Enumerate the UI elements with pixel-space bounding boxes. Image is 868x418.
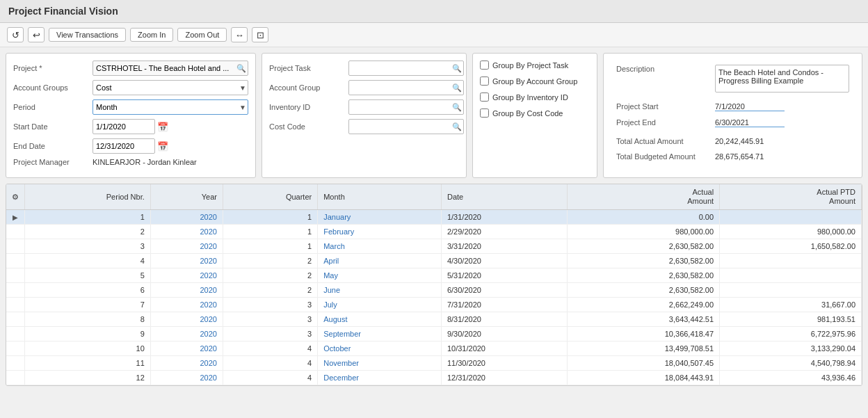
zoom-in-button[interactable]: Zoom In bbox=[130, 28, 173, 42]
year-cell[interactable]: 2020 bbox=[150, 239, 223, 254]
end-date-input[interactable] bbox=[93, 138, 155, 154]
table-row[interactable]: 1220204December12/31/202018,084,443.9143… bbox=[6, 371, 862, 385]
date-cell: 3/31/2020 bbox=[441, 239, 567, 254]
project-manager-label: Project Manager bbox=[13, 158, 90, 166]
left-panel: Project * 🔍 Account Groups Cost ▼ Period bbox=[6, 53, 256, 178]
view-transactions-button[interactable]: View Transactions bbox=[49, 28, 126, 42]
project-task-search-icon[interactable]: 🔍 bbox=[452, 64, 462, 73]
year-cell[interactable]: 2020 bbox=[150, 225, 223, 239]
table-row[interactable]: 320201March3/31/20202,630,582.001,650,58… bbox=[6, 239, 862, 254]
year-cell[interactable]: 2020 bbox=[150, 210, 223, 225]
row-settings-icon[interactable] bbox=[6, 254, 25, 268]
actual-ptd-cell: 31,667.00 bbox=[720, 298, 862, 312]
fit-icon[interactable]: ↔ bbox=[231, 27, 248, 42]
group-by-cost-code-label[interactable]: Group By Cost Code bbox=[480, 108, 563, 118]
group-by-project-task-label[interactable]: Group By Project Task bbox=[480, 61, 568, 70]
account-group-search-icon[interactable]: 🔍 bbox=[452, 83, 462, 93]
month-cell[interactable]: January bbox=[318, 210, 442, 225]
month-cell[interactable]: November bbox=[318, 356, 442, 371]
month-cell[interactable]: April bbox=[318, 254, 442, 268]
table-row[interactable]: 220201February2/29/2020980,000.00980,000… bbox=[6, 225, 862, 239]
month-cell[interactable]: August bbox=[318, 312, 442, 327]
month-cell[interactable]: December bbox=[318, 371, 442, 385]
table-row[interactable]: 720203July7/31/20202,662,249.0031,667.00 bbox=[6, 298, 862, 312]
table-row[interactable]: ▶120201January1/31/20200.00 bbox=[6, 210, 862, 225]
cost-code-input[interactable] bbox=[348, 119, 464, 134]
period-nbr-cell: 7 bbox=[25, 298, 151, 312]
zoom-out-button[interactable]: Zoom Out bbox=[177, 28, 227, 42]
table-row[interactable]: 1020204October10/31/202013,499,708.513,1… bbox=[6, 341, 862, 356]
year-cell[interactable]: 2020 bbox=[150, 341, 223, 356]
table-row[interactable]: 1120204November11/30/202018,040,507.454,… bbox=[6, 356, 862, 371]
row-settings-icon[interactable] bbox=[6, 298, 25, 312]
year-cell[interactable]: 2020 bbox=[150, 327, 223, 341]
year-cell[interactable]: 2020 bbox=[150, 254, 223, 268]
row-settings-icon[interactable] bbox=[6, 356, 25, 371]
date-cell: 5/31/2020 bbox=[441, 268, 567, 283]
table-row[interactable]: 520202May5/31/20202,630,582.00 bbox=[6, 268, 862, 283]
project-manager-value: KINLEARJOR - Jordan Kinlear bbox=[93, 158, 197, 166]
cost-code-search-icon[interactable]: 🔍 bbox=[452, 122, 462, 131]
inventory-id-search-icon[interactable]: 🔍 bbox=[452, 103, 462, 112]
quarter-cell: 1 bbox=[223, 225, 317, 239]
row-settings-icon[interactable] bbox=[6, 239, 25, 254]
group-by-inventory-id-checkbox[interactable] bbox=[480, 93, 489, 102]
year-cell[interactable]: 2020 bbox=[150, 356, 223, 371]
project-task-input[interactable] bbox=[348, 61, 464, 76]
period-select[interactable]: Month bbox=[93, 99, 248, 115]
start-date-calendar-icon[interactable]: 📅 bbox=[157, 122, 168, 132]
month-cell[interactable]: June bbox=[318, 283, 442, 298]
year-cell[interactable]: 2020 bbox=[150, 312, 223, 327]
month-cell[interactable]: May bbox=[318, 268, 442, 283]
start-date-input[interactable] bbox=[93, 119, 155, 134]
cost-code-row: Cost Code 🔍 bbox=[269, 119, 459, 134]
date-cell: 10/31/2020 bbox=[441, 341, 567, 356]
expand-icon[interactable]: ⊡ bbox=[252, 27, 268, 42]
group-by-project-task-row: Group By Project Task bbox=[480, 61, 590, 70]
actual-ptd-cell bbox=[720, 210, 862, 225]
actual-amount-cell: 3,643,442.51 bbox=[567, 312, 719, 327]
row-settings-icon[interactable] bbox=[6, 327, 25, 341]
group-by-account-group-label[interactable]: Group By Account Group bbox=[480, 77, 577, 86]
total-actual-value: 20,242,445.91 bbox=[711, 131, 853, 148]
description-label: Description bbox=[612, 62, 709, 95]
group-by-project-task-checkbox[interactable] bbox=[480, 61, 489, 70]
account-groups-select[interactable]: Cost bbox=[93, 80, 248, 95]
row-settings-icon[interactable] bbox=[6, 225, 25, 239]
actual-amount-cell: 2,630,582.00 bbox=[567, 239, 719, 254]
undo-icon[interactable]: ↩ bbox=[28, 27, 45, 42]
month-cell[interactable]: September bbox=[318, 327, 442, 341]
end-date-calendar-icon[interactable]: 📅 bbox=[157, 141, 168, 152]
project-input[interactable] bbox=[93, 61, 248, 76]
total-budgeted-value: 28,675,654.71 bbox=[711, 150, 853, 163]
table-row[interactable]: 920203September9/30/202010,366,418.476,7… bbox=[6, 327, 862, 341]
year-cell[interactable]: 2020 bbox=[150, 371, 223, 385]
row-settings-icon[interactable]: ▶ bbox=[6, 210, 25, 225]
table-row[interactable]: 820203August8/31/20203,643,442.51981,193… bbox=[6, 312, 862, 327]
year-cell[interactable]: 2020 bbox=[150, 268, 223, 283]
period-row: Period Month ▼ bbox=[13, 99, 248, 115]
period-nbr-cell: 1 bbox=[25, 210, 151, 225]
row-settings-icon[interactable] bbox=[6, 283, 25, 298]
group-by-cost-code-checkbox[interactable] bbox=[480, 108, 489, 118]
row-settings-icon[interactable] bbox=[6, 341, 25, 356]
group-by-inventory-id-label[interactable]: Group By Inventory ID bbox=[480, 93, 568, 102]
project-search-icon[interactable]: 🔍 bbox=[236, 64, 246, 73]
row-settings-icon[interactable] bbox=[6, 268, 25, 283]
table-row[interactable]: 620202June6/30/20202,630,582.00 bbox=[6, 283, 862, 298]
account-group-input[interactable] bbox=[348, 80, 464, 95]
year-cell[interactable]: 2020 bbox=[150, 298, 223, 312]
actual-amount-cell: 2,630,582.00 bbox=[567, 254, 719, 268]
inventory-id-input[interactable] bbox=[348, 99, 464, 115]
row-settings-icon[interactable] bbox=[6, 312, 25, 327]
project-end-value: 6/30/2021 bbox=[711, 115, 853, 130]
year-cell[interactable]: 2020 bbox=[150, 283, 223, 298]
group-by-account-group-checkbox[interactable] bbox=[480, 77, 489, 86]
table-row[interactable]: 420202April4/30/20202,630,582.00 bbox=[6, 254, 862, 268]
row-settings-icon[interactable] bbox=[6, 371, 25, 385]
month-cell[interactable]: March bbox=[318, 239, 442, 254]
month-cell[interactable]: July bbox=[318, 298, 442, 312]
month-cell[interactable]: February bbox=[318, 225, 442, 239]
month-cell[interactable]: October bbox=[318, 341, 442, 356]
refresh-icon[interactable]: ↺ bbox=[7, 27, 24, 42]
